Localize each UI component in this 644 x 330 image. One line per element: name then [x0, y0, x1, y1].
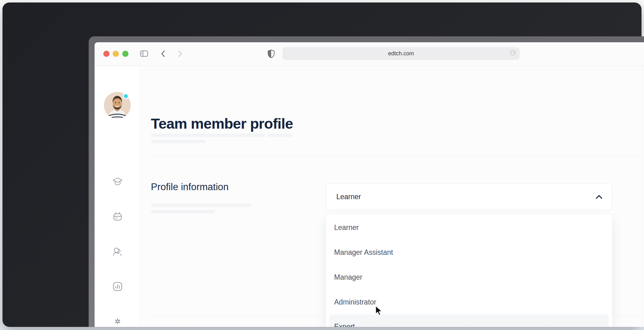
sidebar-item-team-icon[interactable] [112, 246, 123, 257]
back-button-icon[interactable] [159, 50, 167, 58]
web-page: Team member profile Profile information … [95, 66, 644, 327]
role-dropdown-menu: Learner Manager Assistant Manager Admini… [326, 214, 612, 327]
sidebar-item-calendar-icon[interactable] [112, 211, 123, 222]
zoom-window-button[interactable] [122, 51, 128, 57]
cursor-pointer [374, 305, 384, 316]
sidebar-item-settings-icon[interactable] [112, 316, 123, 327]
skeleton-bar [151, 210, 215, 213]
minimize-window-button[interactable] [113, 51, 119, 57]
role-option-manager-assistant[interactable]: Manager Assistant [326, 240, 612, 265]
chevron-up-icon [595, 194, 603, 200]
skeleton-bar [151, 204, 251, 207]
page-title: Team member profile [151, 115, 293, 132]
sidebar-item-education-icon[interactable] [112, 176, 123, 187]
close-window-button[interactable] [103, 51, 110, 57]
role-select-value: Learner [336, 193, 361, 201]
app-sidebar [95, 66, 140, 327]
reload-icon[interactable] [509, 50, 517, 57]
right-panel-edge [642, 66, 644, 327]
role-select[interactable]: Learner [326, 183, 612, 210]
sidebar-toggle-icon[interactable] [140, 50, 148, 57]
url-text: edtch.com [388, 50, 414, 57]
section-title: Profile information [151, 181, 229, 193]
skeleton-bar [151, 140, 206, 143]
role-option-expert[interactable]: Expert [329, 314, 609, 327]
role-option-manager[interactable]: Manager [326, 265, 612, 290]
section-divider [151, 157, 641, 157]
browser-window-inner: edtch.com [95, 42, 644, 327]
skeleton-bar [151, 134, 265, 137]
forward-button-icon[interactable] [176, 50, 184, 58]
browser-window: edtch.com [89, 36, 644, 327]
role-option-learner[interactable]: Learner [326, 215, 612, 240]
browser-toolbar: edtch.com [95, 42, 644, 66]
sidebar-item-stats-icon[interactable] [112, 281, 123, 292]
online-status-dot [123, 93, 129, 99]
role-option-administrator[interactable]: Administrator [326, 290, 612, 314]
skeleton-bar [267, 134, 292, 137]
url-address-bar[interactable]: edtch.com [282, 47, 520, 60]
privacy-shield-icon[interactable] [267, 49, 275, 59]
screenshot-canvas: edtch.com [0, 0, 644, 330]
